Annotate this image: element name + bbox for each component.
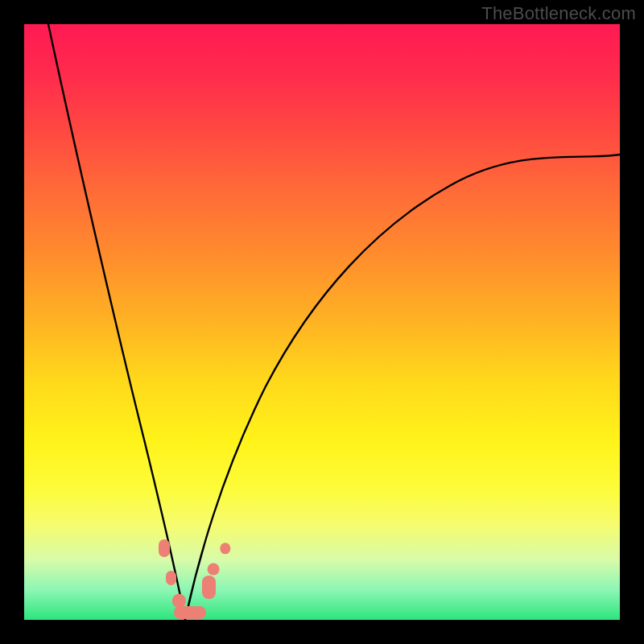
bottleneck-curve	[24, 24, 620, 620]
marker-5	[202, 576, 215, 600]
watermark-text: TheBottleneck.com	[481, 3, 636, 24]
marker-1	[166, 571, 176, 586]
marker-4	[188, 606, 206, 619]
curve-right-arm	[185, 155, 620, 620]
chart-frame	[24, 24, 620, 620]
marker-6	[208, 564, 220, 576]
marker-0	[159, 539, 171, 557]
curve-left-arm	[48, 24, 185, 620]
